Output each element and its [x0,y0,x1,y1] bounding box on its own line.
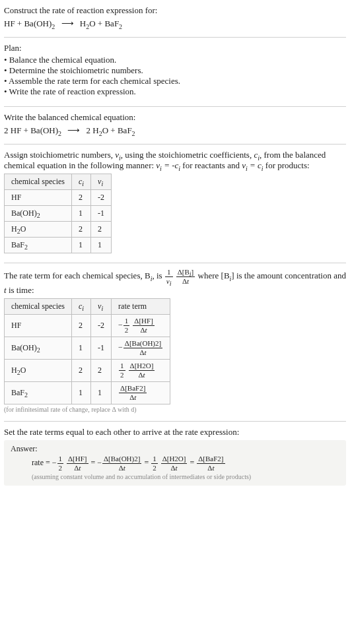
answer-equation: rate = −12 Δ[HF]Δt = −Δ[Ba(OH)2]Δt = 12 … [11,455,339,472]
B-i: Bi [145,271,152,280]
cell-rate: −Δ[Ba(OH)2]Δt [112,337,170,360]
table-header-row: chemical species ci νi rate term [5,299,170,315]
reln-reactants: νi = -ci [156,160,180,170]
cell-species: HF [5,315,72,337]
text: Assign stoichiometric numbers, [4,150,115,160]
plan-item: Write the rate of reaction expression. [4,86,346,97]
cell-c: 2 [71,190,90,206]
col-species: chemical species [5,174,72,190]
col-c: ci [71,174,90,190]
balanced-equation: 2 HF + Ba(OH)2 ⟶ 2 H2O + BaF2 [4,125,346,136]
balanced-sub: 2 [132,130,135,137]
table-row: Ba(OH)21-1−Δ[Ba(OH)2]Δt [5,337,170,360]
balanced-section: Write the balanced chemical equation: 2 … [4,111,346,141]
cell-species: HF [5,190,72,206]
dBaF2-frac: Δ[BaF2]Δt [197,455,225,472]
prompt-equation: HF + Ba(OH)2 ⟶ H2O + BaF2 [4,18,346,29]
table-row: BaF211Δ[BaF2]Δt [5,382,170,404]
cell-c: 1 [71,337,90,360]
col-v: νi [91,299,112,315]
cell-v: -1 [91,337,112,360]
stoich-desc: Assign stoichiometric numbers, νi, using… [4,150,346,171]
answer-box: Answer: rate = −12 Δ[HF]Δt = −Δ[Ba(OH)2]… [4,440,346,486]
final-section: Set the rate terms equal to each other t… [4,426,346,491]
table-row: H2O2212 Δ[H2O]Δt [5,360,170,382]
cell-v: -1 [91,206,112,222]
divider [4,144,346,145]
plan-item: Assemble the rate term for each chemical… [4,76,346,86]
table-row: H2O22 [5,222,112,238]
text: , is [152,271,164,280]
plan-list: Balance the chemical equation. Determine… [4,55,346,97]
arrow-icon: ⟶ [57,18,78,28]
balanced-intro: Write the balanced chemical equation: [4,112,346,123]
cell-v: 2 [91,360,112,382]
eq-rhs-1: H [80,18,86,28]
prompt-text: Construct the rate of reaction expressio… [4,5,346,16]
plan-title: Plan: [4,43,346,53]
rate-label: rate = [32,458,52,467]
cell-species: Ba(OH)2 [5,206,72,222]
divider [4,421,346,422]
cell-c: 1 [71,206,90,222]
prompt-section: Construct the rate of reaction expressio… [4,4,346,34]
Bi-conc: [Bi] [221,271,234,280]
col-v: νi [91,174,112,190]
arrow-icon: ⟶ [63,125,84,135]
cell-rate: 12 Δ[H2O]Δt [112,360,170,382]
stoich-section: Assign stoichiometric numbers, νi, using… [4,148,346,260]
stoich-tbody: HF2-2Ba(OH)21-1H2O22BaF211 [5,190,112,253]
eq-lhs: HF + Ba(OH) [4,18,52,28]
rate-term-desc: The rate term for each chemical species,… [4,269,346,296]
plan-item: Balance the chemical equation. [4,55,346,65]
final-intro: Set the rate terms equal to each other t… [4,427,346,437]
cell-species: BaF2 [5,238,72,253]
table-header-row: chemical species ci νi [5,174,112,190]
cell-c: 1 [71,382,90,404]
divider [4,263,346,263]
table-row: HF2-2 [5,190,112,206]
coef-frac: 1νi [165,269,173,285]
text: for products: [263,160,310,170]
col-rate: rate term [112,299,170,315]
table-row: HF2-2−12 Δ[HF]Δt [5,315,170,337]
stoich-table: chemical species ci νi HF2-2Ba(OH)21-1H2… [4,174,112,253]
text: The rate term for each chemical species, [4,271,145,280]
cell-rate: Δ[BaF2]Δt [112,382,170,404]
answer-label: Answer: [11,444,339,454]
cell-v: -2 [91,190,112,206]
eq-lhs-sub: 2 [52,23,55,30]
cell-rate: −12 Δ[HF]Δt [112,315,170,337]
dHF-frac: Δ[HF]Δt [67,455,88,472]
col-c: ci [71,299,90,315]
cell-v: 1 [91,238,112,253]
dH2O-frac: Δ[H2O]Δt [161,455,188,472]
rate-term-section: The rate term for each chemical species,… [4,267,346,418]
col-species: chemical species [5,299,72,315]
rate-caption: (for infinitesimal rate of change, repla… [4,406,346,413]
cell-v: -2 [91,315,112,337]
nu-i: νi [115,150,121,160]
divider [4,37,346,38]
rate-term-table: chemical species ci νi rate term HF2-2−1… [4,298,170,404]
balanced-rhs-a: 2 H [87,125,99,135]
cell-v: 1 [91,382,112,404]
plan-section: Plan: Balance the chemical equation. Det… [4,42,346,104]
text: is the amount concentration and [234,271,346,280]
cell-species: H2O [5,360,72,382]
cell-c: 2 [71,222,90,238]
answer-assumption: (assuming constant volume and no accumul… [11,473,339,480]
table-row: BaF211 [5,238,112,253]
text: , using the stoichiometric coefficients, [121,150,254,160]
reln-products: νi = ci [242,160,263,170]
rate-tbody: HF2-2−12 Δ[HF]ΔtBa(OH)21-1−Δ[Ba(OH)2]ΔtH… [5,315,170,404]
cell-c: 2 [71,360,90,382]
text: where [198,271,221,280]
plan-item: Determine the stoichiometric numbers. [4,65,346,76]
divider [4,106,346,107]
balanced-sub: 2 [58,130,61,137]
cell-species: H2O [5,222,72,238]
cell-species: BaF2 [5,382,72,404]
dBaOH2-frac: Δ[Ba(OH)2]Δt [102,455,141,472]
dB-frac: Δ[Bi]Δt [176,269,195,285]
